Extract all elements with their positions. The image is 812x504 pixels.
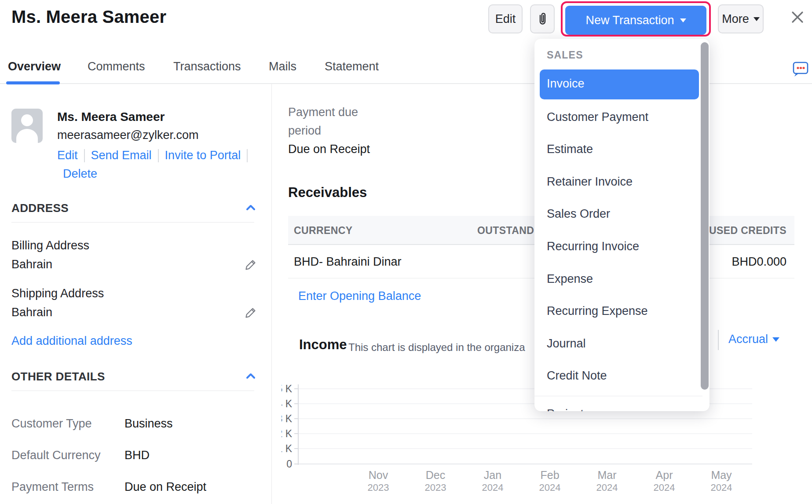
send-email-link[interactable]: Send Email xyxy=(91,149,152,162)
attachment-button[interactable] xyxy=(530,4,555,33)
caret-down-icon xyxy=(772,337,779,342)
x-tick-year: 2024 xyxy=(539,482,561,493)
payment-due-label-line2: period xyxy=(288,124,321,138)
x-tick-month: Mar xyxy=(597,469,616,481)
section-divider xyxy=(11,222,254,223)
billing-address-label: Billing Address xyxy=(11,239,89,252)
x-tick-year: 2024 xyxy=(482,482,504,493)
invite-to-portal-link[interactable]: Invite to Portal xyxy=(165,149,241,162)
other-details-section-header: OTHER DETAILS xyxy=(11,370,105,383)
tab-overview[interactable]: Overview xyxy=(8,60,61,73)
billing-address-value: Bahrain xyxy=(11,258,52,271)
customer-detail-page: Ms. Meera Sameer Edit New Transaction Mo… xyxy=(0,0,812,504)
address-section-header: ADDRESS xyxy=(11,201,69,215)
payment-due-label-line1: Payment due xyxy=(288,106,358,119)
receivables-title: Receivables xyxy=(288,185,367,201)
active-tab-underline xyxy=(6,81,60,84)
payment-due-value: Due on Receipt xyxy=(288,142,370,156)
y-tick: 0 xyxy=(286,458,292,470)
x-tick-year: 2023 xyxy=(425,482,446,493)
y-tick: 5 K xyxy=(282,383,293,394)
avatar xyxy=(11,109,43,143)
x-tick-month: May xyxy=(711,469,732,481)
paperclip-icon xyxy=(536,11,549,27)
menu-item-journal[interactable]: Journal xyxy=(547,337,586,351)
x-tick-year: 2023 xyxy=(368,482,389,493)
default-currency-label: Default Currency xyxy=(11,449,101,462)
x-tick-year: 2024 xyxy=(654,482,675,493)
new-transaction-menu: SALES Invoice Customer Payment Estimate … xyxy=(534,39,710,411)
menu-section-sales: SALES xyxy=(547,49,583,61)
new-transaction-button[interactable]: New Transaction xyxy=(565,6,706,35)
delete-contact-link[interactable]: Delete xyxy=(63,167,97,181)
page-title: Ms. Meera Sameer xyxy=(11,7,166,27)
menu-item-expense[interactable]: Expense xyxy=(547,272,593,286)
income-title: Income xyxy=(299,337,347,353)
accrual-divider xyxy=(718,330,719,350)
x-tick-month: Dec xyxy=(426,469,445,481)
action-separator xyxy=(158,149,159,162)
more-button[interactable]: More xyxy=(718,4,764,33)
menu-item-customer-payment[interactable]: Customer Payment xyxy=(547,110,648,124)
edit-shipping-address-icon[interactable] xyxy=(245,307,257,319)
table-row-currency: BHD- Bahraini Dinar xyxy=(294,255,402,269)
comments-chat-icon[interactable] xyxy=(792,61,809,78)
tab-statement[interactable]: Statement xyxy=(325,60,379,73)
x-tick-year: 2024 xyxy=(596,482,618,493)
customer-type-label: Customer Type xyxy=(11,417,92,431)
y-tick: 3 K xyxy=(282,413,293,424)
default-currency-value: BHD xyxy=(124,449,150,462)
caret-down-icon xyxy=(753,17,760,21)
collapse-address-icon[interactable] xyxy=(245,204,256,211)
contact-name: Ms. Meera Sameer xyxy=(57,110,165,124)
collapse-other-details-icon[interactable] xyxy=(245,373,256,380)
shipping-address-label: Shipping Address xyxy=(11,287,104,300)
menu-item-partial[interactable]: Project xyxy=(547,407,584,411)
menu-item-sales-order[interactable]: Sales Order xyxy=(547,207,610,221)
enter-opening-balance-link[interactable]: Enter Opening Balance xyxy=(298,289,421,303)
accrual-dropdown[interactable]: Accrual xyxy=(728,332,779,346)
y-tick: 2 K xyxy=(282,428,293,439)
edit-button[interactable]: Edit xyxy=(488,4,523,33)
x-tick-year: 2024 xyxy=(711,482,732,493)
left-panel-divider xyxy=(271,84,272,504)
tab-comments[interactable]: Comments xyxy=(88,60,145,73)
table-row-unused-credits: BHD0.000 xyxy=(732,255,786,269)
x-tick-month: Feb xyxy=(540,469,559,481)
y-tick: 4 K xyxy=(282,398,293,409)
contact-email: meerasameer@zylker.com xyxy=(57,128,199,142)
new-transaction-highlight: New Transaction xyxy=(561,1,711,37)
shipping-address-value: Bahrain xyxy=(11,306,52,319)
menu-item-recurring-expense[interactable]: Recurring Expense xyxy=(547,304,648,318)
menu-item-estimate[interactable]: Estimate xyxy=(547,142,593,156)
menu-item-invoice[interactable]: Invoice xyxy=(540,69,699,99)
payment-terms-value: Due on Receipt xyxy=(124,480,206,494)
tab-transactions[interactable]: Transactions xyxy=(173,60,241,73)
menu-item-retainer-invoice[interactable]: Retainer Invoice xyxy=(547,175,633,189)
x-tick-month: Nov xyxy=(369,469,388,481)
y-tick: 1 K xyxy=(282,443,293,454)
menu-divider xyxy=(534,396,702,396)
menu-scrollbar[interactable] xyxy=(701,42,709,390)
close-icon[interactable] xyxy=(789,9,806,26)
edit-contact-link[interactable]: Edit xyxy=(57,149,78,162)
caret-down-icon xyxy=(680,18,686,22)
action-separator xyxy=(247,149,248,162)
edit-billing-address-icon[interactable] xyxy=(245,259,257,271)
menu-item-recurring-invoice[interactable]: Recurring Invoice xyxy=(547,240,639,253)
column-currency: CURRENCY xyxy=(294,225,353,237)
menu-item-credit-note[interactable]: Credit Note xyxy=(547,369,607,383)
section-divider xyxy=(11,391,254,391)
add-additional-address-link[interactable]: Add additional address xyxy=(11,334,132,348)
customer-type-value: Business xyxy=(124,417,173,431)
contact-actions: Edit Send Email Invite to Portal xyxy=(57,149,248,162)
x-tick-month: Apr xyxy=(656,469,673,481)
action-separator xyxy=(84,149,85,162)
x-tick-month: Jan xyxy=(484,469,501,481)
tab-mails[interactable]: Mails xyxy=(269,60,296,73)
payment-terms-label: Payment Terms xyxy=(11,480,94,494)
